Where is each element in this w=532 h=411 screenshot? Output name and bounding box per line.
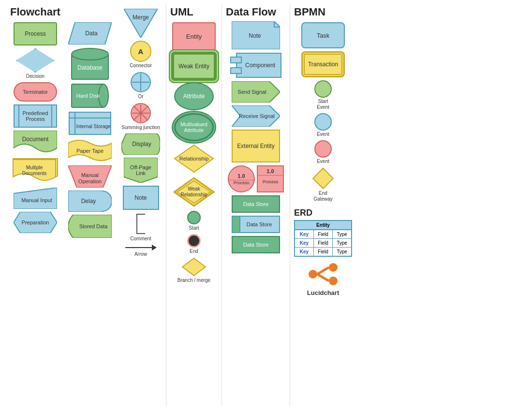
svg-marker-25 — [124, 9, 158, 38]
df-send-signal[interactable]: Send Signal — [232, 81, 280, 103]
svg-point-13 — [99, 84, 108, 107]
svg-text:Note: Note — [249, 32, 261, 39]
bpmn-task[interactable]: Task — [301, 22, 345, 48]
svg-text:Data: Data — [85, 30, 98, 37]
shape-paper-tape[interactable]: Paper Tape — [68, 138, 112, 162]
svg-line-61 — [317, 274, 329, 281]
shape-hard-disk[interactable]: Hard Disk — [71, 83, 109, 108]
uml-multivalued-attribute[interactable]: MultivaluedAttribute — [174, 113, 214, 141]
shape-offpage-link[interactable]: Off-Page Link — [124, 158, 158, 183]
svg-text:Paper Tape: Paper Tape — [76, 148, 103, 154]
erd-row: Key Field Type — [295, 230, 351, 239]
df-process-rect[interactable]: 1.0 Process — [257, 165, 284, 192]
shape-preparation[interactable]: Preparation — [14, 212, 57, 233]
svg-text:Preparation: Preparation — [22, 220, 49, 225]
svg-text:Internal Storage: Internal Storage — [76, 124, 111, 129]
shape-internal-storage[interactable]: Internal Storage — [68, 111, 112, 135]
svg-text:Link: Link — [136, 170, 146, 176]
shape-document[interactable]: Document — [14, 131, 57, 154]
svg-text:Documents: Documents — [22, 171, 47, 176]
shape-or[interactable]: Or — [130, 72, 151, 100]
lucidchart-logo: Lucidchart — [294, 261, 352, 296]
uml-end[interactable]: End — [187, 234, 201, 254]
svg-point-10 — [72, 48, 108, 60]
svg-text:Weak: Weak — [188, 186, 200, 191]
shape-decision[interactable]: Decision — [16, 48, 55, 79]
shape-terminator[interactable]: Terminator — [14, 82, 57, 102]
df-processes-row: 1.0 Process 1.0 Process — [228, 165, 284, 192]
svg-text:Operation: Operation — [78, 178, 102, 184]
svg-text:Manual Input: Manual Input — [21, 197, 52, 203]
svg-text:Database: Database — [77, 64, 103, 71]
shape-arrow[interactable]: Arrow — [125, 245, 157, 257]
uml-relationship[interactable]: Relationship — [174, 144, 214, 173]
svg-text:Hard Disk: Hard Disk — [76, 93, 100, 99]
svg-text:Document: Document — [22, 136, 49, 143]
df-process-circle[interactable]: 1.0 Process — [228, 165, 255, 192]
svg-text:Stored Data: Stored Data — [79, 223, 108, 229]
bpmn-event-blue[interactable]: Event — [314, 113, 332, 137]
erd-header: Entity — [295, 221, 351, 230]
bpmn-start-event[interactable]: StartEvent — [314, 80, 332, 110]
svg-marker-45 — [182, 258, 206, 276]
bpmn-end[interactable]: EndGateway — [312, 167, 334, 202]
uml-attribute[interactable]: Attribute — [174, 82, 214, 110]
df-data-store-green2[interactable]: Data Store — [232, 236, 280, 253]
df-external-entity[interactable]: External Entity — [232, 130, 280, 162]
svg-text:Off-Page: Off-Page — [130, 164, 151, 170]
svg-text:Multiple: Multiple — [26, 165, 43, 170]
df-component[interactable]: Component — [230, 52, 282, 78]
shape-merge[interactable]: Merge — [124, 9, 158, 38]
svg-text:Relationship: Relationship — [179, 156, 209, 161]
df-receive-signal[interactable]: Receive Signal — [232, 105, 280, 127]
shape-manual-operation[interactable]: Manual Operation — [68, 165, 112, 188]
bpmn-title: BPMN — [294, 6, 352, 18]
erd-row: Key Field Type — [295, 239, 351, 248]
shape-database[interactable]: Database — [71, 47, 109, 80]
erd-table: Entity Key Field Type Key Field Type Key… — [294, 220, 352, 257]
shape-connector[interactable]: A Connector — [130, 41, 152, 69]
shape-stored-data[interactable]: Stored Data — [68, 215, 112, 238]
dataflow-title: Data Flow — [226, 6, 286, 18]
uml-weak-entity[interactable]: Weak Entity — [173, 53, 215, 79]
flowchart-title: Flowchart — [10, 6, 60, 18]
uml-title: UML — [170, 6, 218, 18]
shape-manual-input[interactable]: Manual Input — [14, 188, 57, 209]
svg-text:Send Signal: Send Signal — [237, 89, 266, 95]
svg-point-58 — [329, 263, 338, 272]
svg-text:Component: Component — [245, 62, 276, 69]
svg-point-59 — [329, 277, 338, 285]
svg-text:Delay: Delay — [81, 198, 96, 205]
shape-display[interactable]: Display — [121, 133, 160, 155]
lucidchart-label: Lucidchart — [307, 289, 339, 296]
svg-marker-56 — [313, 168, 333, 189]
bpmn-end-gateway-row: EndGateway — [312, 167, 334, 202]
svg-point-57 — [309, 270, 317, 279]
svg-text:Manual: Manual — [81, 172, 99, 178]
shape-data[interactable]: Data — [68, 22, 112, 44]
shape-multiple-documents[interactable]: Multiple Documents — [12, 157, 59, 185]
svg-text:Display: Display — [132, 141, 151, 147]
svg-text:Receive Signal: Receive Signal — [239, 113, 274, 119]
df-note[interactable]: Note — [232, 21, 280, 49]
uml-branch-merge[interactable]: Branch / merge — [177, 257, 210, 283]
svg-rect-49 — [231, 57, 241, 63]
svg-text:Relationship: Relationship — [180, 192, 207, 197]
shape-process[interactable]: Process — [14, 22, 57, 45]
shape-delay[interactable]: Delay — [68, 191, 112, 212]
df-data-store-green[interactable]: Data Store — [232, 195, 280, 213]
bpmn-transaction[interactable]: Transaction — [301, 51, 345, 77]
lucidchart-icon — [306, 261, 340, 287]
uml-weak-relationship[interactable]: Weak Relationship — [172, 176, 216, 208]
erd-row: Key Field Type — [295, 248, 351, 256]
shape-summing-junction[interactable]: Summing junction — [121, 103, 160, 131]
uml-start[interactable]: Start — [187, 211, 201, 231]
erd-title: ERD — [294, 208, 352, 218]
bpmn-event-red[interactable]: Event — [314, 140, 332, 164]
svg-rect-50 — [231, 68, 241, 73]
shape-comment[interactable]: Comment — [130, 213, 151, 242]
df-data-store-blue[interactable]: Data Store — [232, 216, 280, 233]
uml-entity[interactable]: Entity — [172, 22, 216, 50]
shape-note-rect[interactable]: Note — [123, 186, 159, 210]
shape-predefined-process[interactable]: Predefined Process — [14, 104, 57, 128]
